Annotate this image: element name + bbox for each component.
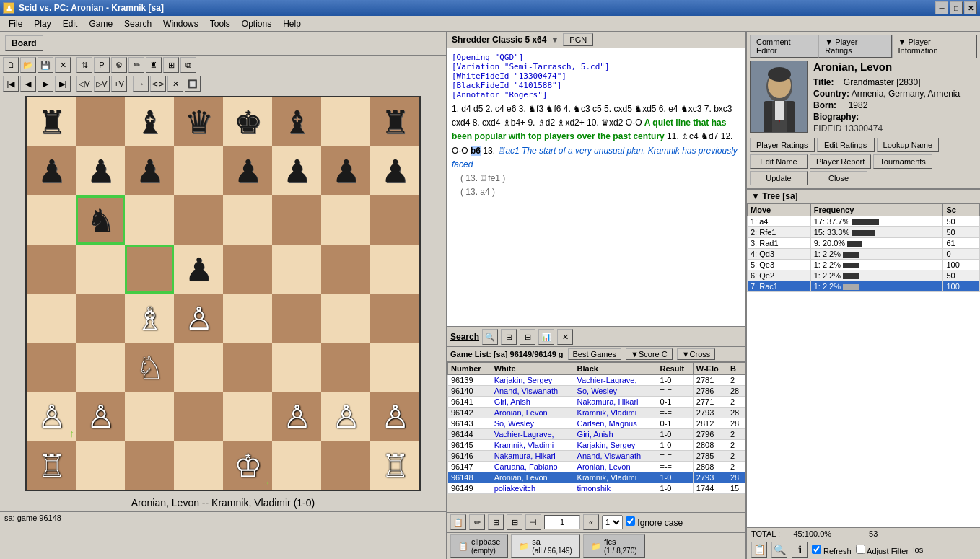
delete-btn[interactable]: ✕ bbox=[167, 76, 183, 92]
db-tab-clipbase[interactable]: 📋 clipbase(empty) bbox=[450, 534, 508, 558]
board-setup-btn[interactable]: ⊞ bbox=[163, 57, 179, 73]
square-a4[interactable] bbox=[27, 294, 76, 343]
go-to-btn[interactable]: → bbox=[133, 76, 149, 92]
square-f8[interactable]: ♝ bbox=[272, 97, 321, 146]
list-toolbar-4[interactable]: ⊟ bbox=[507, 514, 522, 530]
lookup-name-btn[interactable]: Lookup Name bbox=[877, 138, 940, 152]
flip-btn[interactable]: ⇅ bbox=[76, 57, 92, 73]
square-a8[interactable]: ♜ bbox=[27, 97, 76, 146]
edit-ratings-btn[interactable]: Edit Ratings bbox=[817, 138, 875, 152]
close-game-btn[interactable]: ✕ bbox=[55, 57, 71, 73]
table-row[interactable]: 96148 Aronian, Levon Kramnik, Vladimi 1-… bbox=[448, 472, 745, 483]
table-row[interactable]: 96147 Caruana, Fabiano Aronian, Levon =-… bbox=[448, 462, 745, 472]
tree-row[interactable]: 3: Rad1 9: 20.0% 61 bbox=[748, 238, 980, 249]
col-number[interactable]: Number bbox=[448, 363, 491, 375]
square-d7[interactable] bbox=[174, 146, 223, 195]
tree-row[interactable]: 7: Rac1 1: 2.2% 100 bbox=[748, 281, 980, 292]
square-g5[interactable] bbox=[321, 245, 370, 294]
tree-btn-1[interactable]: 📋 bbox=[751, 542, 767, 558]
square-c8[interactable]: ♝ bbox=[125, 97, 174, 146]
square-d1[interactable] bbox=[174, 441, 223, 490]
add-var-btn[interactable]: +V bbox=[111, 76, 127, 92]
engine-btn[interactable]: 🔲 bbox=[185, 76, 201, 92]
pgn-tab[interactable]: PGN bbox=[563, 33, 593, 46]
square-e4[interactable] bbox=[223, 294, 272, 343]
table-row[interactable]: 96139 Karjakin, Sergey Vachier-Lagrave, … bbox=[448, 375, 745, 386]
square-g6[interactable] bbox=[321, 195, 370, 245]
square-b5[interactable] bbox=[76, 245, 125, 294]
tree-col-freq[interactable]: Frequency bbox=[810, 204, 943, 216]
page-input[interactable] bbox=[544, 515, 580, 529]
col-b[interactable]: B bbox=[727, 363, 745, 375]
square-f3[interactable] bbox=[272, 343, 321, 392]
tournaments-btn[interactable]: Tournaments bbox=[873, 154, 932, 169]
square-b7[interactable]: ♟ bbox=[76, 146, 125, 195]
square-c5[interactable] bbox=[125, 245, 174, 294]
square-a3[interactable] bbox=[27, 343, 76, 392]
player-report-btn[interactable]: Player Report bbox=[810, 154, 871, 169]
col-result[interactable]: Result bbox=[657, 363, 693, 375]
square-e5[interactable] bbox=[223, 245, 272, 294]
square-g1[interactable] bbox=[321, 441, 370, 490]
square-a7[interactable]: ♟ bbox=[27, 146, 76, 195]
player-ratings-btn[interactable]: Player Ratings bbox=[750, 138, 815, 152]
col-welo[interactable]: W-Elo bbox=[693, 363, 727, 375]
search-btn-3[interactable]: ⊟ bbox=[520, 329, 535, 345]
list-toolbar-1[interactable]: 📋 bbox=[450, 514, 466, 530]
square-d2[interactable] bbox=[174, 392, 223, 441]
new-game-btn[interactable]: 🗋 bbox=[3, 57, 19, 73]
menu-tools[interactable]: Tools bbox=[204, 17, 236, 30]
annotate-btn[interactable]: ✏ bbox=[128, 57, 144, 73]
square-d5[interactable]: ♟ bbox=[174, 245, 223, 294]
list-toolbar-3[interactable]: ⊞ bbox=[488, 514, 504, 530]
next-btn[interactable]: ▶ bbox=[38, 76, 53, 92]
menu-play[interactable]: Play bbox=[28, 17, 56, 30]
db-tab-fics[interactable]: 📁 fics(1 / 8,270) bbox=[583, 534, 645, 558]
square-h3[interactable] bbox=[370, 343, 419, 392]
square-c2[interactable] bbox=[125, 392, 174, 441]
list-toolbar-2[interactable]: ✏ bbox=[469, 514, 485, 530]
copy-btn[interactable]: ⧉ bbox=[180, 57, 196, 73]
pgn-btn[interactable]: P bbox=[94, 57, 110, 73]
tree-col-score[interactable]: Sc bbox=[943, 204, 980, 216]
start-btn[interactable]: |◀ bbox=[3, 76, 19, 92]
table-row[interactable]: 96149 poliakevitch timonshik 1-0 1744 15 bbox=[448, 483, 745, 494]
board-tab[interactable]: Board bbox=[5, 35, 43, 51]
square-h6[interactable] bbox=[370, 195, 419, 245]
first-page-btn[interactable]: « bbox=[583, 514, 599, 530]
square-a2[interactable]: ♙↑ bbox=[27, 392, 76, 441]
square-d6[interactable] bbox=[174, 195, 223, 245]
page-select[interactable]: 1 bbox=[602, 515, 623, 529]
table-row[interactable]: 96141 Giri, Anish Nakamura, Hikari 0-1 2… bbox=[448, 397, 745, 408]
tab-player-ratings[interactable]: ▼ Player Ratings bbox=[818, 35, 891, 58]
square-f4[interactable] bbox=[272, 294, 321, 343]
col-white[interactable]: White bbox=[491, 363, 574, 375]
pgn-content[interactable]: [Opening "QGD"][Variation "Semi-Tarrasch… bbox=[447, 48, 745, 326]
save-btn[interactable]: 💾 bbox=[38, 57, 53, 73]
close-button[interactable]: ✕ bbox=[964, 1, 977, 14]
db-tab-sa[interactable]: 📁 sa(all / 96,149) bbox=[511, 534, 580, 558]
square-a1[interactable]: ♖ bbox=[27, 441, 76, 490]
square-b3[interactable] bbox=[76, 343, 125, 392]
search-label[interactable]: Search bbox=[450, 332, 479, 342]
square-h1[interactable]: ♖ bbox=[370, 441, 419, 490]
cross-btn[interactable]: ▼Cross bbox=[677, 348, 716, 360]
square-e1[interactable]: ♔→ bbox=[223, 441, 272, 490]
tree-row[interactable]: 5: Qe3 1: 2.2% 100 bbox=[748, 260, 980, 270]
table-row[interactable]: 96143 So, Wesley Carlsen, Magnus 0-1 281… bbox=[448, 418, 745, 429]
table-row[interactable]: 96142 Aronian, Levon Kramnik, Vladimi =-… bbox=[448, 408, 745, 418]
square-b4[interactable] bbox=[76, 294, 125, 343]
list-toolbar-5[interactable]: ⊣ bbox=[525, 514, 541, 530]
menu-game[interactable]: Game bbox=[83, 17, 118, 30]
square-f2[interactable]: ♙ bbox=[272, 392, 321, 441]
chess-board[interactable]: ♜♝♛♚♝♜♟♟♟♟♟♟♟♞♟♗♙♘♙↑♙♙♙♙♖♔→♖ bbox=[25, 96, 421, 491]
square-h2[interactable]: ♙ bbox=[370, 392, 419, 441]
square-g2[interactable]: ♙ bbox=[321, 392, 370, 441]
square-g8[interactable] bbox=[321, 97, 370, 146]
table-row[interactable]: 96140 Anand, Viswanath So, Wesley =-= 27… bbox=[448, 386, 745, 397]
table-row[interactable]: 96144 Vachier-Lagrave, Giri, Anish 1-0 2… bbox=[448, 429, 745, 440]
search-btn-5[interactable]: ✕ bbox=[557, 329, 573, 345]
col-black[interactable]: Black bbox=[574, 363, 657, 375]
menu-help[interactable]: Help bbox=[277, 17, 307, 30]
refresh-checkbox[interactable] bbox=[812, 545, 821, 554]
